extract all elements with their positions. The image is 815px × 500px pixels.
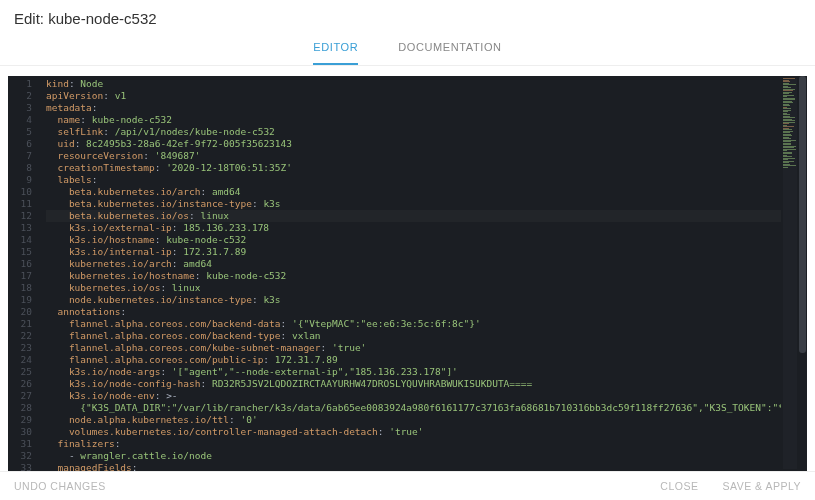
code-line[interactable]: beta.kubernetes.io/arch: amd64: [46, 186, 781, 198]
code-line[interactable]: labels:: [46, 174, 781, 186]
code-line[interactable]: kubernetes.io/os: linux: [46, 282, 781, 294]
code-line[interactable]: managedFields:: [46, 462, 781, 471]
line-number: 3: [8, 102, 32, 114]
line-number: 24: [8, 354, 32, 366]
code-line[interactable]: uid: 8c2495b3-28a6-42ef-9f72-005f3562314…: [46, 138, 781, 150]
code-line[interactable]: annotations:: [46, 306, 781, 318]
code-line[interactable]: volumes.kubernetes.io/controller-managed…: [46, 426, 781, 438]
line-number: 29: [8, 414, 32, 426]
code-line[interactable]: flannel.alpha.coreos.com/backend-type: v…: [46, 330, 781, 342]
minimap[interactable]: [783, 78, 797, 469]
line-number: 10: [8, 186, 32, 198]
tab-bar: EDITOR DOCUMENTATION: [0, 33, 815, 66]
line-number: 1: [8, 78, 32, 90]
save-apply-button[interactable]: SAVE & APPLY: [722, 480, 801, 492]
code-line[interactable]: creationTimestamp: '2020-12-18T06:51:35Z…: [46, 162, 781, 174]
line-number: 6: [8, 138, 32, 150]
line-number: 17: [8, 270, 32, 282]
line-number: 13: [8, 222, 32, 234]
code-line[interactable]: kubernetes.io/arch: amd64: [46, 258, 781, 270]
line-number: 20: [8, 306, 32, 318]
code-line[interactable]: flannel.alpha.coreos.com/backend-data: '…: [46, 318, 781, 330]
line-number: 23: [8, 342, 32, 354]
line-number: 31: [8, 438, 32, 450]
line-number: 2: [8, 90, 32, 102]
scrollbar-track[interactable]: [798, 76, 807, 471]
line-number: 19: [8, 294, 32, 306]
code-line[interactable]: apiVersion: v1: [46, 90, 781, 102]
line-number: 14: [8, 234, 32, 246]
line-number: 16: [8, 258, 32, 270]
line-number: 7: [8, 150, 32, 162]
line-number: 33: [8, 462, 32, 471]
code-line[interactable]: {"K3S_DATA_DIR":"/var/lib/rancher/k3s/da…: [46, 402, 781, 414]
code-line[interactable]: - wrangler.cattle.io/node: [46, 450, 781, 462]
code-line[interactable]: k3s.io/hostname: kube-node-c532: [46, 234, 781, 246]
code-line[interactable]: finalizers:: [46, 438, 781, 450]
line-number: 9: [8, 174, 32, 186]
line-number-gutter: 1234567891011121314151617181920212223242…: [8, 76, 38, 471]
code-line[interactable]: k3s.io/node-args: '["agent","--node-exte…: [46, 366, 781, 378]
undo-changes-button[interactable]: UNDO CHANGES: [14, 480, 106, 492]
tab-editor[interactable]: EDITOR: [313, 33, 358, 65]
line-number: 5: [8, 126, 32, 138]
code-line[interactable]: beta.kubernetes.io/os: linux: [46, 210, 781, 222]
close-button[interactable]: CLOSE: [660, 480, 698, 492]
line-number: 18: [8, 282, 32, 294]
code-line[interactable]: beta.kubernetes.io/instance-type: k3s: [46, 198, 781, 210]
line-number: 21: [8, 318, 32, 330]
code-line[interactable]: k3s.io/internal-ip: 172.31.7.89: [46, 246, 781, 258]
code-line[interactable]: name: kube-node-c532: [46, 114, 781, 126]
code-line[interactable]: flannel.alpha.coreos.com/public-ip: 172.…: [46, 354, 781, 366]
line-number: 22: [8, 330, 32, 342]
line-number: 28: [8, 402, 32, 414]
tab-documentation[interactable]: DOCUMENTATION: [398, 33, 501, 65]
page-title: Edit: kube-node-c532: [0, 0, 815, 33]
line-number: 32: [8, 450, 32, 462]
scrollbar-thumb[interactable]: [799, 76, 806, 353]
code-area[interactable]: kind: NodeapiVersion: v1metadata: name: …: [38, 76, 781, 471]
line-number: 15: [8, 246, 32, 258]
code-line[interactable]: selfLink: /api/v1/nodes/kube-node-c532: [46, 126, 781, 138]
code-line[interactable]: resourceVersion: '849687': [46, 150, 781, 162]
line-number: 27: [8, 390, 32, 402]
code-line[interactable]: k3s.io/node-env: >-: [46, 390, 781, 402]
line-number: 11: [8, 198, 32, 210]
code-line[interactable]: node.alpha.kubernetes.io/ttl: '0': [46, 414, 781, 426]
line-number: 30: [8, 426, 32, 438]
line-number: 26: [8, 378, 32, 390]
line-number: 4: [8, 114, 32, 126]
code-line[interactable]: k3s.io/node-config-hash: RD32R5JSV2LQDOZ…: [46, 378, 781, 390]
code-line[interactable]: kubernetes.io/hostname: kube-node-c532: [46, 270, 781, 282]
code-line[interactable]: node.kubernetes.io/instance-type: k3s: [46, 294, 781, 306]
line-number: 8: [8, 162, 32, 174]
code-line[interactable]: metadata:: [46, 102, 781, 114]
line-number: 25: [8, 366, 32, 378]
code-line[interactable]: k3s.io/external-ip: 185.136.233.178: [46, 222, 781, 234]
line-number: 12: [8, 210, 32, 222]
code-editor[interactable]: 1234567891011121314151617181920212223242…: [8, 76, 807, 471]
code-line[interactable]: kind: Node: [46, 78, 781, 90]
code-line[interactable]: flannel.alpha.coreos.com/kube-subnet-man…: [46, 342, 781, 354]
footer-bar: UNDO CHANGES CLOSE SAVE & APPLY: [0, 471, 815, 500]
